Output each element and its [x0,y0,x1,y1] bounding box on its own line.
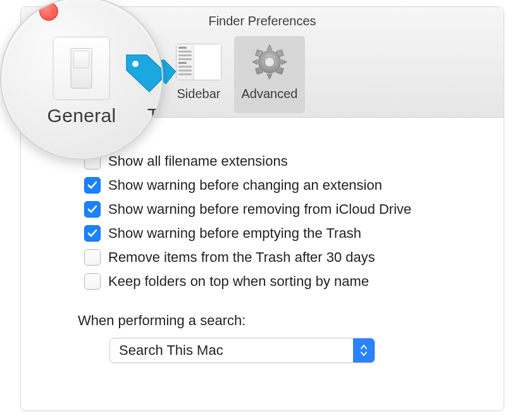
close-window-button[interactable] [39,2,58,21]
option-label: Show warning before removing from iCloud… [108,201,411,218]
tab-sidebar-label: Sidebar [177,87,221,101]
search-scope-select[interactable]: Search This Mac [109,338,375,363]
checkbox[interactable] [84,273,101,290]
switch-icon [53,37,110,100]
option-folders-on-top[interactable]: Keep folders on top when sorting by name [84,269,485,293]
option-label: Show all filename extensions [108,153,288,170]
chevrons-up-down-icon [353,338,375,362]
option-remove-30-days[interactable]: Remove items from the Trash after 30 day… [84,245,485,269]
tags-icon [124,49,163,93]
option-label: Show warning before changing an extensio… [108,177,382,194]
option-label: Remove items from the Trash after 30 day… [108,249,375,266]
tab-general[interactable]: General [47,37,116,127]
select-value: Search This Mac [110,338,353,362]
option-warn-extension[interactable]: Show warning before changing an extensio… [84,173,485,197]
svg-point-3 [132,61,139,67]
option-warn-icloud[interactable]: Show warning before removing from iCloud… [84,197,485,221]
sidebar-icon [173,40,224,84]
option-label: Show warning before emptying the Trash [108,225,361,242]
zoom-lens: General T [0,0,163,160]
tab-advanced-label: Advanced [242,87,298,101]
search-section-label: When performing a search: [78,312,485,329]
gear-icon [244,40,295,84]
option-show-extensions[interactable]: Show all filename extensions [84,149,485,173]
tab-general-label: General [47,105,116,127]
checkbox[interactable] [84,225,101,242]
checkbox[interactable] [84,249,101,266]
svg-point-1 [264,57,275,67]
tab-advanced[interactable]: Advanced [234,36,305,113]
checkbox[interactable] [84,201,101,218]
option-warn-trash[interactable]: Show warning before emptying the Trash [84,221,485,245]
option-label: Keep folders on top when sorting by name [108,273,369,290]
checkbox[interactable] [84,177,101,194]
